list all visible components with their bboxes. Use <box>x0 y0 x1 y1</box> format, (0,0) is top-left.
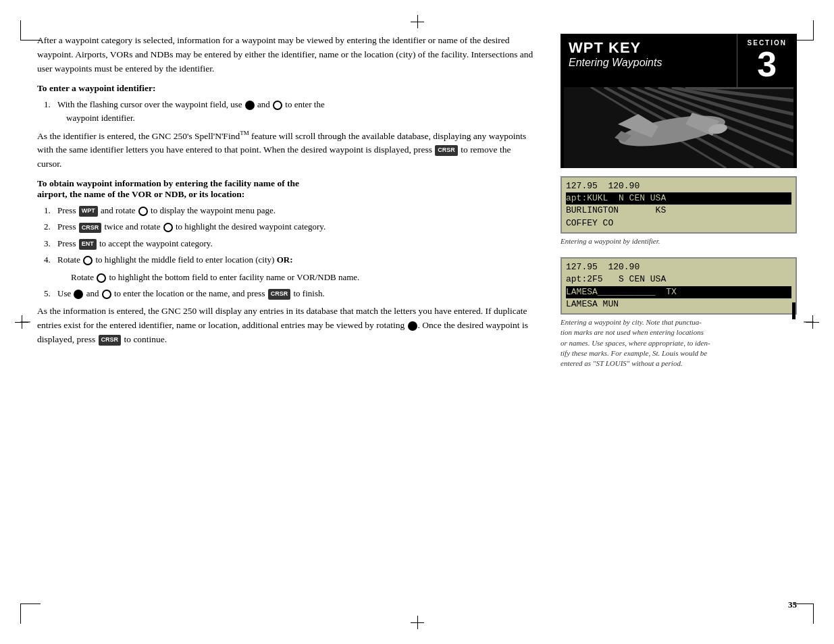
wpt-title-block: WPT KEY Entering Waypoints <box>561 34 737 87</box>
intro-paragraph: After a waypoint category is selected, i… <box>37 34 533 76</box>
crsr-badge-2: CRSR <box>79 223 102 234</box>
gps1-line4: COFFEY CO <box>566 217 791 230</box>
gps2-line2: apt:2F5 S CEN USA <box>566 273 791 286</box>
left-column: After a waypoint category is selected, i… <box>37 34 554 610</box>
gps2-caption: Entering a waypoint by city. Note that p… <box>561 317 797 369</box>
section2-heading: To obtain waypoint information by enteri… <box>37 178 533 200</box>
crsr-badge-4: CRSR <box>99 335 122 346</box>
rotate-filled-icon <box>408 321 417 331</box>
section2-step5: 5. Use and to enter the location or the … <box>57 287 533 300</box>
step2-1: 1. Press WPT and rotate to display the w… <box>57 204 533 217</box>
gps1-line2: apt:KUKL N CEN USA <box>566 192 791 205</box>
gps1-caption: Entering a waypoint by identifier. <box>561 236 797 246</box>
rotate-icon-3 <box>83 256 93 265</box>
gps1-line1: 127.95 120.90 <box>566 180 791 192</box>
step1-item: 1. With the flashing cursor over the way… <box>57 98 533 125</box>
gps-screen-2: 127.95 120.90 apt:2F5 S CEN USA LAMESA__… <box>561 257 797 315</box>
wpt-badge-1: WPT <box>79 206 98 217</box>
section2-steps: 1. Press WPT and rotate to display the w… <box>57 204 533 267</box>
outer-knob-icon <box>273 101 282 110</box>
rotate-icon-1 <box>138 207 148 216</box>
wpt-key-text: WPT KEY <box>569 39 729 57</box>
rotate-icon-2 <box>163 223 173 232</box>
section-marker-bar <box>792 302 796 319</box>
page-layout: After a waypoint category is selected, i… <box>37 34 797 610</box>
rotate-icon-4 <box>97 273 106 283</box>
gps2-line4: LAMESA MUN <box>566 298 791 311</box>
entering-waypoints-text: Entering Waypoints <box>569 57 729 69</box>
wpt-key-header: WPT KEY Entering Waypoints SECTION 3 <box>561 34 797 87</box>
inner-knob-icon <box>245 101 255 110</box>
crsr-badge-3: CRSR <box>268 289 291 300</box>
closing-paragraph: As the information is entered, the GNC 2… <box>37 304 533 347</box>
step2-4: 4. Rotate to highlight the middle field … <box>57 253 533 267</box>
side-line-left <box>20 322 30 323</box>
crosshair-bottom <box>411 616 424 629</box>
gps2-line1: 127.95 120.90 <box>566 261 791 273</box>
ent-badge-1: ENT <box>79 239 97 250</box>
step2-2: 2. Press CRSR twice and rotate to highli… <box>57 220 533 234</box>
right-column: WPT KEY Entering Waypoints SECTION 3 <box>554 34 797 610</box>
crsr-badge: CRSR <box>435 145 458 156</box>
section-block: SECTION 3 <box>737 34 797 87</box>
airplane-svg <box>564 87 793 168</box>
inner-knob-icon-2 <box>74 290 83 299</box>
crosshair-top <box>411 15 424 28</box>
step2-3: 3. Press ENT to accept the waypoint cate… <box>57 237 533 250</box>
airplane-graphic <box>561 87 797 168</box>
gps2-line3: LAMESA___________ TX <box>566 286 791 298</box>
outer-knob-icon-2 <box>102 290 111 299</box>
identifier-paragraph: As the identifier is entered, the GNC 25… <box>37 129 533 171</box>
step2-5: 5. Use and to enter the location or the … <box>57 287 533 300</box>
side-line-right <box>804 322 814 323</box>
section-number: 3 <box>757 47 777 82</box>
section1-heading: To enter a waypoint identifier: <box>37 83 533 94</box>
gps-screen-1: 127.95 120.90 apt:KUKL N CEN USA BURLING… <box>561 176 797 234</box>
section1-steps: 1. With the flashing cursor over the way… <box>57 98 533 125</box>
step4-sub: Rotate to highlight the bottom field to … <box>71 271 533 284</box>
gps1-line3: BURLINGTON KS <box>566 205 791 217</box>
